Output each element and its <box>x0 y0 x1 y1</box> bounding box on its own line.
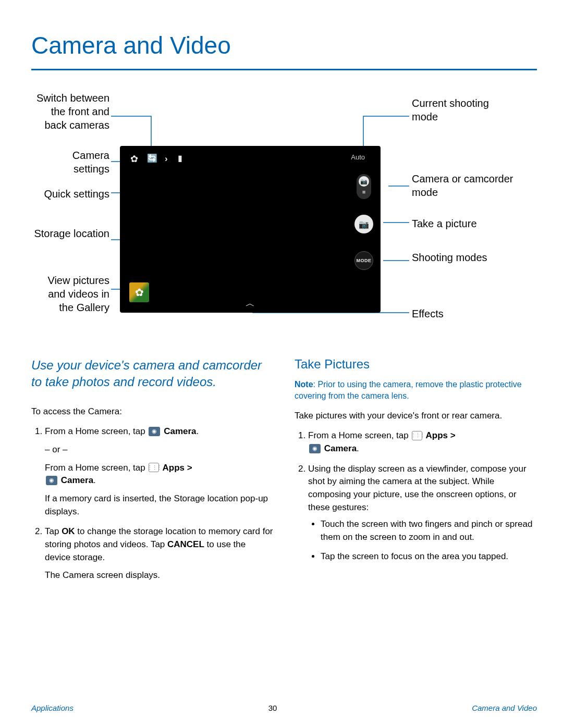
callout-quick-settings: Quick settings <box>34 187 109 201</box>
apps-icon: ⋮⋮⋮ <box>412 431 422 440</box>
title-rule <box>31 69 537 70</box>
bullet-tap-focus: Tap the screen to focus on the area you … <box>321 550 537 563</box>
gesture-bullets: Touch the screen with two fingers and pi… <box>308 518 537 563</box>
camera-app-icon: ◉ <box>309 444 321 453</box>
callout-storage: Storage location <box>34 227 109 240</box>
step1-or: – or – <box>45 443 274 456</box>
camera-screen: ✿ 🔄 › ▮ Auto 📷 ■ 📷 MODE ✿ ︿ <box>120 146 381 313</box>
step1b-camera: Camera <box>58 475 93 485</box>
callout-switch-camera: Switch between the front and back camera… <box>34 91 109 132</box>
camera-mode-icon: 📷 <box>359 176 369 187</box>
note-label: Note <box>295 380 313 389</box>
callout-camera-settings: Camera settings <box>34 149 109 176</box>
callout-cam-camcorder: Camera or camcorder mode <box>412 172 516 199</box>
step1-memory: If a memory card is inserted, the Storag… <box>45 492 274 518</box>
step2-after: The Camera screen displays. <box>45 569 274 582</box>
callout-take-picture: Take a picture <box>412 217 516 230</box>
access-step-1: From a Home screen, tap ◉ Camera. – or –… <box>45 425 274 518</box>
rstep1-apps: Apps > <box>423 430 455 440</box>
take-step-1: From a Home screen, tap ⋮⋮⋮ Apps > ◉ Cam… <box>308 429 537 455</box>
chevron-right-icon: › <box>165 154 168 164</box>
gallery-thumbnail: ✿ <box>129 282 149 302</box>
access-step-2: Tap OK to change the storage location to… <box>45 525 274 582</box>
step1b-apps: Apps > <box>160 463 192 473</box>
shutter-button: 📷 <box>354 215 373 233</box>
apps-icon: ⋮⋮⋮ <box>149 463 159 472</box>
auto-mode-label: Auto <box>351 153 365 161</box>
intro-text: Use your device's camera and camcorder t… <box>31 357 274 391</box>
left-column: Use your device's camera and camcorder t… <box>31 357 274 589</box>
camcorder-mode-icon: ■ <box>359 187 369 197</box>
camera-app-icon: ◉ <box>149 427 160 436</box>
right-column: Take Pictures Note: Prior to using the c… <box>295 357 537 589</box>
footer-right: Camera and Video <box>472 704 537 712</box>
step2-text: Tap OK to change the storage location to… <box>45 526 273 562</box>
bullet-pinch: Touch the screen with two fingers and pi… <box>321 518 537 544</box>
note-line: Note: Prior to using the camera, remove … <box>295 379 537 402</box>
access-label: To access the Camera: <box>31 405 274 418</box>
footer-left: Applications <box>31 704 74 712</box>
access-steps: From a Home screen, tap ◉ Camera. – or –… <box>31 425 274 582</box>
page-footer: Applications 30 Camera and Video <box>31 704 537 712</box>
take-steps: From a Home screen, tap ⋮⋮⋮ Apps > ◉ Cam… <box>295 429 537 563</box>
switch-camera-icon: 🔄 <box>147 153 157 163</box>
gear-icon: ✿ <box>130 153 138 165</box>
callout-shooting-mode: Current shooting mode <box>412 96 516 124</box>
camera-camcorder-toggle: 📷 ■ <box>357 174 371 199</box>
callout-shooting-modes: Shooting modes <box>412 251 516 264</box>
effects-chevron-icon: ︿ <box>246 297 255 310</box>
rstep2-text: Using the display screen as a viewfinder… <box>308 464 527 512</box>
callout-gallery: View pictures and videos in the Gallery <box>34 274 109 314</box>
storage-icon: ▮ <box>178 153 182 163</box>
step1a-camera: Camera <box>161 426 196 436</box>
take-pictures-heading: Take Pictures <box>295 357 537 372</box>
callout-effects: Effects <box>412 307 516 320</box>
take-intro: Take pictures with your device's front o… <box>295 410 537 423</box>
camera-app-icon: ◉ <box>46 476 57 485</box>
camera-diagram: Switch between the front and back camera… <box>34 91 534 341</box>
step1a-text: From a Home screen, tap <box>45 426 148 436</box>
content-columns: Use your device's camera and camcorder t… <box>31 357 537 589</box>
rstep1-text: From a Home screen, tap <box>308 430 411 440</box>
step1b-text: From a Home screen, tap <box>45 463 148 473</box>
take-step-2: Using the display screen as a viewfinder… <box>308 463 537 563</box>
note-body: : Prior to using the camera, remove the … <box>295 380 522 400</box>
rstep1-camera: Camera <box>322 443 357 453</box>
step1b: From a Home screen, tap ⋮⋮⋮ Apps > ◉ Cam… <box>45 462 274 487</box>
footer-page-number: 30 <box>268 704 277 712</box>
mode-button: MODE <box>354 251 373 270</box>
page-title: Camera and Video <box>31 31 537 59</box>
